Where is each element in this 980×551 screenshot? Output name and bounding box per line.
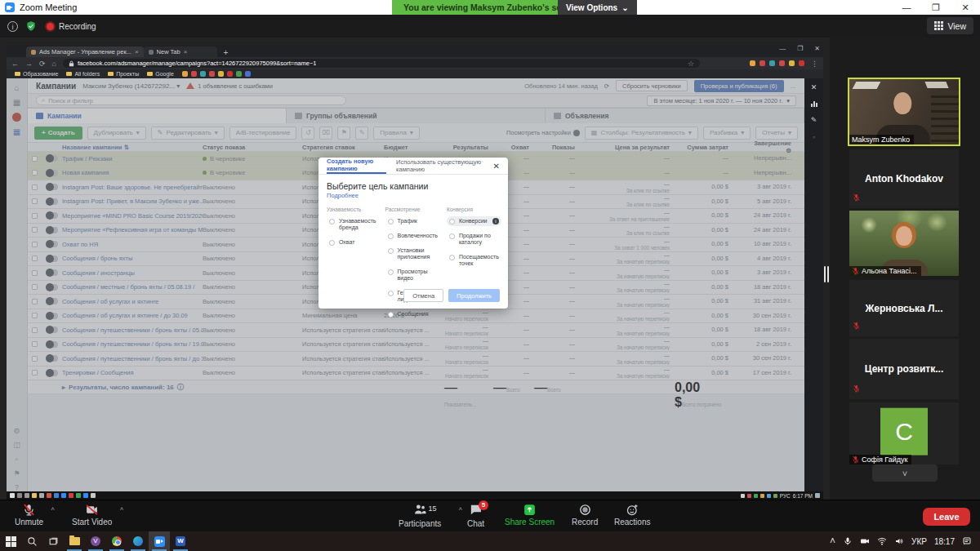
tray-mic-icon[interactable]	[843, 536, 853, 546]
radio-icon[interactable]	[449, 219, 455, 224]
radio-icon[interactable]	[449, 255, 455, 260]
favicon-icon[interactable]	[218, 71, 224, 77]
bookmark-star-icon[interactable]: ☆	[688, 60, 694, 68]
favicon-icon[interactable]	[209, 71, 215, 77]
objective-option[interactable]: Узнаваемость бренда	[327, 216, 379, 233]
radio-icon[interactable]	[329, 219, 335, 224]
radio-icon[interactable]	[388, 233, 394, 239]
record-button[interactable]: Record	[572, 503, 598, 527]
hidden-icons-chevron[interactable]: ˄	[830, 535, 835, 547]
objective-option[interactable]: Охват	[327, 238, 379, 247]
tab-close-icon[interactable]: ×	[184, 48, 188, 56]
favicon-icon[interactable]	[245, 71, 251, 77]
browser-minimize-button[interactable]: —	[779, 45, 786, 52]
participant-tile[interactable]: Anton Khodakov	[849, 149, 959, 208]
favicon-icon[interactable]	[227, 71, 233, 77]
objective-option[interactable]: Продажи по каталогу	[447, 231, 501, 247]
extension-icon[interactable]	[769, 60, 775, 66]
favicon-icon[interactable]	[200, 71, 206, 77]
favicon-icon[interactable]	[191, 71, 197, 77]
meeting-info-icon[interactable]: i	[7, 21, 18, 32]
taskbar-zoom[interactable]	[149, 531, 170, 551]
taskbar-edge[interactable]	[127, 531, 149, 551]
participant-tile[interactable]: CСофія Гайдук	[849, 402, 959, 464]
tray-volume-icon[interactable]	[894, 536, 904, 546]
participant-tile[interactable]: Альона Танасі...	[849, 211, 959, 276]
security-shield-icon[interactable]	[25, 20, 37, 32]
favicon-icon[interactable]	[182, 71, 188, 77]
view-layout-button[interactable]: View	[927, 17, 973, 34]
participant-tile[interactable]: Центр розвитк...	[849, 339, 959, 399]
new-tab-button[interactable]: +	[224, 48, 229, 57]
extension-icon[interactable]	[799, 60, 804, 66]
taskbar-task-view[interactable]	[42, 531, 64, 551]
continue-button[interactable]: Продолжить	[448, 289, 500, 302]
taskbar-start[interactable]	[0, 531, 21, 551]
more-participants-button[interactable]: ˅	[872, 464, 938, 482]
objective-option[interactable]: Вовлеченность	[385, 231, 440, 241]
modal-close-icon[interactable]: ✕	[493, 162, 500, 171]
radio-icon[interactable]	[388, 219, 394, 224]
start-video-button[interactable]: Start Video ˄	[72, 503, 112, 527]
extension-icon[interactable]	[789, 60, 795, 66]
clock[interactable]: 18:17	[934, 537, 955, 546]
share-screen-button[interactable]: Share Screen	[505, 503, 555, 527]
objective-option[interactable]: Трафик	[385, 216, 440, 226]
close-icon[interactable]: ✕	[811, 83, 817, 91]
participant-tile[interactable]: Maksym Zubenko	[849, 79, 959, 144]
bookmark-item[interactable]: All folders	[66, 71, 100, 77]
participants-button[interactable]: 15 Participants ˄	[399, 503, 441, 528]
view-options-button[interactable]: View Options ⌄	[558, 0, 637, 15]
radio-icon[interactable]	[388, 269, 394, 275]
tray-camera-icon[interactable]	[860, 536, 870, 546]
taskbar-file-explorer[interactable]	[64, 531, 85, 551]
radio-icon[interactable]	[449, 233, 455, 239]
close-button[interactable]: ✕	[951, 0, 980, 15]
taskbar-chrome[interactable]	[106, 531, 127, 551]
tab-create-new-campaign[interactable]: Создать новую кампанию	[327, 158, 386, 174]
unmute-button[interactable]: Unmute ˄	[15, 503, 43, 527]
objective-option[interactable]: Просмотры видео	[385, 267, 440, 283]
radio-icon[interactable]	[388, 312, 394, 318]
action-center-icon[interactable]	[962, 536, 972, 546]
tab-use-existing-campaign[interactable]: Использовать существующую кампанию	[396, 158, 483, 174]
objective-option[interactable]: Сообщения	[385, 309, 440, 319]
browser-menu-icon[interactable]: ⋮	[811, 60, 818, 68]
bookmark-item[interactable]: Проекты	[108, 71, 139, 77]
pencil-icon[interactable]: ✎	[811, 116, 817, 124]
back-icon[interactable]: ←	[11, 60, 19, 68]
objective-option[interactable]: Конверсииi	[447, 216, 501, 226]
video-options-caret[interactable]: ˄	[120, 505, 124, 513]
language-indicator[interactable]: УКР	[911, 537, 927, 546]
taskbar-viber[interactable]: V	[85, 531, 106, 551]
learn-more-link[interactable]: Подробнее	[327, 192, 500, 199]
objective-option[interactable]: Посещаемость точек	[447, 252, 501, 269]
participant-tile[interactable]: Жерновська Л...	[849, 280, 959, 336]
minimize-button[interactable]: —	[892, 0, 921, 15]
circle-icon[interactable]: ◦	[813, 133, 815, 141]
extension-icon[interactable]	[779, 60, 785, 66]
browser-restore-button[interactable]: ❐	[797, 45, 803, 52]
restore-button[interactable]: ❐	[921, 0, 951, 15]
url-field[interactable]: facebook.com/adsmanager/manage/campaigns…	[63, 59, 700, 68]
extension-icon[interactable]	[760, 60, 765, 66]
taskbar-word[interactable]: W	[170, 531, 191, 551]
info-icon[interactable]: i	[492, 218, 499, 224]
taskbar-search[interactable]	[21, 531, 42, 551]
radio-icon[interactable]	[329, 240, 335, 246]
radio-icon[interactable]	[388, 248, 394, 254]
chart-icon[interactable]	[811, 100, 817, 107]
participants-caret[interactable]: ˄	[459, 505, 463, 513]
panel-resize-handle[interactable]	[824, 266, 829, 282]
home-icon[interactable]: ⌂	[52, 60, 56, 68]
chat-button[interactable]: 5 Chat	[467, 503, 484, 528]
leave-button[interactable]: Leave	[923, 508, 970, 526]
browser-tab[interactable]: New Tab×	[144, 47, 217, 57]
tab-close-icon[interactable]: ×	[135, 48, 139, 56]
radio-icon[interactable]	[388, 291, 394, 296]
reload-icon[interactable]: ⟳	[39, 60, 46, 68]
bookmark-item[interactable]: Образование	[15, 71, 58, 77]
bookmark-item[interactable]: Google	[147, 71, 174, 77]
favicon-icon[interactable]	[236, 71, 242, 77]
tray-wifi-icon[interactable]	[877, 536, 887, 546]
